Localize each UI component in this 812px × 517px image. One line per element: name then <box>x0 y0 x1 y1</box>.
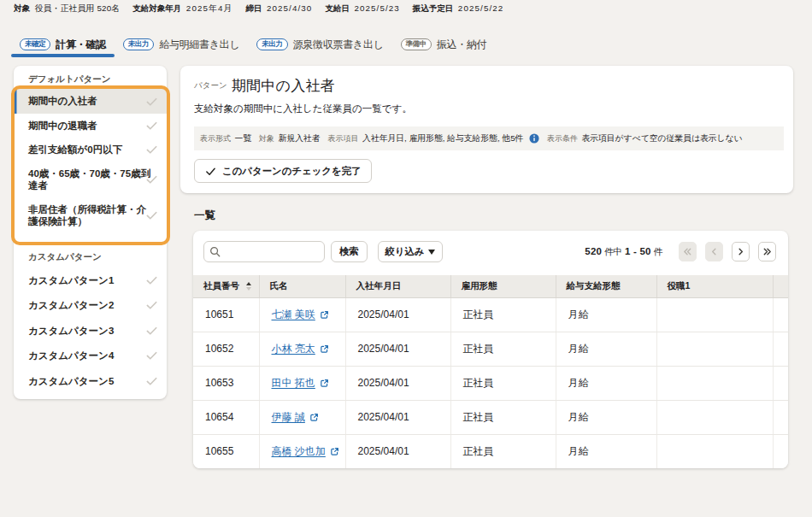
sidebar-item-zero-net-pay[interactable]: 差引支給額が0円以下 <box>14 138 167 162</box>
cell-employee-id: 10653 <box>193 366 259 400</box>
pattern-title: 期間中の入社者 <box>232 76 336 96</box>
employee-list-card: 検索 絞り込み 520 件中 1 - 50 件 <box>193 231 788 468</box>
cell-employment-type: 正社員 <box>450 332 556 366</box>
pagination-summary: 520 件中 1 - 50 件 <box>585 246 662 258</box>
meta-transfer-date-value: 2025/5/22 <box>458 3 503 13</box>
meta-pay-month: 支給対象年月 2025年4月 <box>132 3 232 15</box>
column-header-employee-id[interactable]: 社員番号 <box>193 275 259 297</box>
sidebar-item-custom-pattern-1[interactable]: カスタムパターン1 <box>14 267 167 293</box>
status-badge-unconfirmed: 未確定 <box>20 38 50 50</box>
condition-display-columns: 表示項目 入社年月日, 雇用形態, 給与支給形態, 他5件 <box>328 133 539 144</box>
status-badge-preparing: 準備中 <box>401 38 432 50</box>
meta-payment-date: 支給日 2025/5/23 <box>325 3 399 15</box>
filter-button[interactable]: 絞り込み <box>378 241 444 262</box>
pagination-last-button[interactable] <box>758 242 776 261</box>
pagination-total: 520 <box>585 246 602 256</box>
pagination-prev-button[interactable] <box>705 242 723 261</box>
pagination-unit-total: 件中 <box>604 246 622 256</box>
employee-link[interactable]: 田中 拓也 <box>272 376 329 391</box>
tab-payslip-export[interactable]: 未出力 給与明細書き出し <box>115 34 248 56</box>
external-link-icon <box>320 344 329 354</box>
chevron-right-icon <box>736 247 745 256</box>
search-icon <box>209 246 221 257</box>
table-row: 10654 伊藤 誠 2025/04/01 正社員 月給 <box>193 400 788 434</box>
status-badge-not-exported-payslip: 未出力 <box>123 38 154 50</box>
cell-role1 <box>656 297 773 332</box>
meta-transfer-date: 振込予定日 2025/5/22 <box>413 3 503 15</box>
pattern-sidebar: デフォルトパターン 期間中の入社者 期間中の退職者 差引支給額が0円以下 40歳… <box>14 66 167 399</box>
column-header-employee-id-label: 社員番号 <box>203 280 239 292</box>
status-badge-not-exported-withholding: 未出力 <box>256 38 287 50</box>
check-icon <box>145 209 158 222</box>
table-row: 10652 小林 亮太 2025/04/01 正社員 月給 <box>193 332 788 366</box>
cell-payment-type: 月給 <box>556 434 656 468</box>
list-toolbar: 検索 絞り込み 520 件中 1 - 50 件 <box>193 231 788 262</box>
pagination-first-button[interactable] <box>679 242 697 261</box>
cell-hire-date: 2025/04/01 <box>345 297 450 332</box>
meta-transfer-date-label: 振込予定日 <box>413 3 454 15</box>
employee-table: 社員番号 氏名 入社年月日 雇用形態 給与支給形態 役職1 10651 七瀬 美… <box>193 275 788 468</box>
sort-down-triangle <box>246 287 251 291</box>
cell-payment-type: 月給 <box>556 400 656 434</box>
meta-closing-date-value: 2025/4/30 <box>267 3 312 13</box>
meta-closing-date-label: 締日 <box>245 3 262 15</box>
condition-display-rule: 表示条件 表示項目がすべて空の従業員は表示しない <box>547 133 743 144</box>
list-section-heading: 一覧 <box>194 209 215 223</box>
column-header-clipped <box>773 275 788 297</box>
column-header-payment-type: 給与支給形態 <box>556 275 656 297</box>
sidebar-item-custom-pattern-4[interactable]: カスタムパターン4 <box>14 344 167 369</box>
meta-pay-month-label: 支給対象年月 <box>132 3 181 15</box>
cell-name: 伊藤 誠 <box>259 400 345 434</box>
cell-employment-type: 正社員 <box>450 297 556 332</box>
external-link-icon <box>309 413 319 422</box>
cell-employee-id: 10655 <box>193 434 259 468</box>
sidebar-item-leavers[interactable]: 期間中の退職者 <box>14 114 167 138</box>
cell-employee-id: 10654 <box>193 400 259 434</box>
column-header-name: 氏名 <box>259 275 345 297</box>
meta-target-label: 対象 <box>14 3 30 15</box>
cell-clipped <box>773 434 788 468</box>
cell-hire-date: 2025/04/01 <box>345 332 450 366</box>
info-icon[interactable] <box>529 133 539 144</box>
employee-link[interactable]: 高橋 沙也加 <box>272 444 339 459</box>
sidebar-item-custom-pattern-2[interactable]: カスタムパターン2 <box>14 293 167 319</box>
cell-clipped <box>773 332 788 366</box>
condition-target: 対象 新規入社者 <box>259 133 320 144</box>
cell-name: 田中 拓也 <box>259 366 345 400</box>
pattern-kicker: パターン <box>194 80 227 91</box>
tab-withholding-slip-export-label: 源泉徴収票書き出し <box>293 38 384 52</box>
check-icon <box>145 273 158 286</box>
cell-payment-type: 月給 <box>556 297 656 332</box>
double-chevron-left-icon <box>683 247 692 256</box>
table-header-row: 社員番号 氏名 入社年月日 雇用形態 給与支給形態 役職1 <box>193 275 788 297</box>
tab-calculation-check-label: 計算・確認 <box>56 38 106 52</box>
sidebar-item-new-hires[interactable]: 期間中の入社者 <box>14 89 167 114</box>
default-pattern-group: 期間中の入社者 期間中の退職者 差引支給額が0円以下 40歳・65歳・70歳・7… <box>14 89 167 242</box>
employee-link[interactable]: 伊藤 誠 <box>272 410 319 425</box>
cell-payment-type: 月給 <box>556 366 656 400</box>
employee-link[interactable]: 七瀬 美咲 <box>272 308 329 322</box>
sidebar-item-age-milestones[interactable]: 40歳・65歳・70歳・75歳到達者 <box>14 162 167 197</box>
column-header-hire-date: 入社年月日 <box>345 275 450 297</box>
search-input[interactable] <box>203 241 325 262</box>
employee-link[interactable]: 小林 亮太 <box>272 342 329 356</box>
tab-calculation-check[interactable]: 未確定 計算・確認 <box>11 34 115 56</box>
external-link-icon <box>320 310 329 320</box>
sidebar-item-custom-pattern-5[interactable]: カスタムパターン5 <box>14 368 167 394</box>
cell-hire-date: 2025/04/01 <box>345 366 450 400</box>
tab-withholding-slip-export[interactable]: 未出力 源泉徴収票書き出し <box>248 34 391 56</box>
pagination-range: 1 - 50 <box>625 246 651 256</box>
sidebar-item-non-residents[interactable]: 非居住者（所得税計算・介護保険計算） <box>14 197 167 233</box>
sidebar-item-custom-pattern-3[interactable]: カスタムパターン3 <box>14 318 167 344</box>
pattern-detail-panel: パターン 期間中の入社者 支給対象の期間中に入社した従業員の一覧です。 表示形式… <box>180 66 793 193</box>
search-button[interactable]: 検索 <box>331 241 368 262</box>
cell-employment-type: 正社員 <box>450 434 556 468</box>
pagination-next-button[interactable] <box>732 242 750 261</box>
tab-transfer-payment[interactable]: 準備中 振込・納付 <box>392 34 496 56</box>
pattern-heading-row: パターン 期間中の入社者 <box>194 76 784 96</box>
cell-hire-date: 2025/04/01 <box>345 434 450 468</box>
cell-name: 七瀬 美咲 <box>259 297 345 332</box>
cell-name: 高橋 沙也加 <box>259 434 345 468</box>
meta-payment-date-value: 2025/5/23 <box>354 3 399 13</box>
complete-pattern-check-button[interactable]: このパターンのチェックを完了 <box>194 159 372 183</box>
